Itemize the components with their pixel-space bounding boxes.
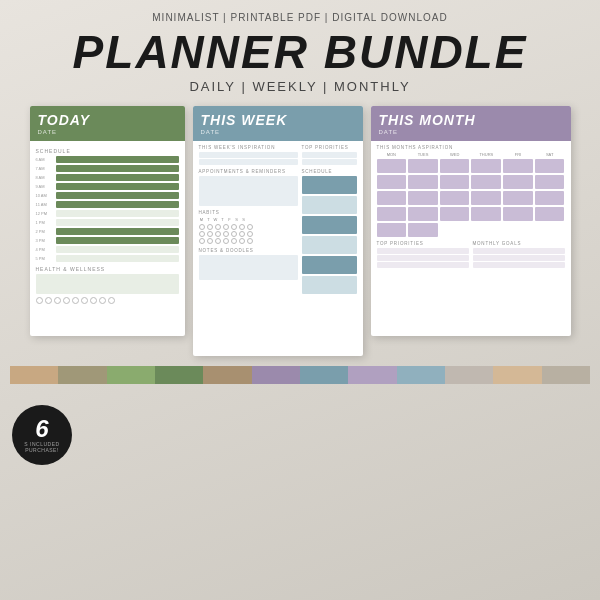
notes-section: NOTES & DOODLES — [199, 248, 298, 280]
monthly-inspiration-label: THIS MONTHS ASPIRATION — [377, 145, 565, 150]
schedule-bar-4 — [302, 236, 357, 254]
color-swatches — [10, 366, 590, 384]
schedule-bar-2 — [302, 196, 357, 214]
time-row: 11 AM — [36, 201, 179, 208]
time-10am: 10 AM — [36, 193, 54, 198]
cal-cell — [377, 175, 407, 189]
time-row: 2 PM — [36, 228, 179, 235]
cal-cell — [377, 223, 407, 237]
subtitle: DAILY | WEEKLY | MONTHLY — [189, 79, 410, 94]
notes-label: NOTES & DOODLES — [199, 248, 298, 253]
priority-line-2 — [377, 255, 469, 261]
notes-box — [199, 255, 298, 280]
cards-row: TODAY DATE SCHEDULE 6 AM 7 AM 8 AM — [10, 106, 590, 356]
time-row: 3 PM — [36, 237, 179, 244]
cal-cell — [471, 159, 501, 173]
swatch-3 — [107, 366, 155, 384]
badge-number: 6 — [35, 417, 48, 441]
schedule-bars — [302, 176, 357, 294]
habit-circle — [199, 224, 205, 230]
time-bar — [56, 219, 179, 226]
appointments-section: APPOINTMENTS & REMINDERS — [199, 169, 298, 206]
day-f: F — [227, 217, 233, 222]
cal-cell — [503, 175, 533, 189]
cal-cell-empty — [440, 223, 470, 237]
habit-circle — [223, 224, 229, 230]
swatch-4 — [155, 366, 203, 384]
cal-header-fri: FRI — [503, 152, 533, 157]
monthly-date: DATE — [379, 129, 563, 135]
time-slots: 6 AM 7 AM 8 AM 9 AM — [36, 156, 179, 263]
health-label: HEALTH & WELLNESS — [36, 266, 179, 272]
monthly-card-header: THIS MONTH DATE — [371, 106, 571, 141]
cal-cell — [408, 223, 438, 237]
time-12pm: 12 PM — [36, 211, 54, 216]
cal-cell — [440, 159, 470, 173]
time-row: 12 PM — [36, 210, 179, 217]
habit-circle — [231, 238, 237, 244]
priorities-bottom-label: TOP PRIORITIES — [377, 241, 469, 246]
time-bar — [56, 201, 179, 208]
time-bar — [56, 237, 179, 244]
health-box — [36, 274, 179, 294]
swatch-9 — [397, 366, 445, 384]
habits-section: HABITS M T W T F S S — [199, 210, 298, 244]
daily-circles — [36, 297, 179, 304]
priority-line — [302, 152, 357, 158]
habit-circle — [239, 224, 245, 230]
schedule-bar-6 — [302, 276, 357, 294]
appointments-box — [199, 176, 298, 206]
habit-circle — [247, 238, 253, 244]
circle-8 — [99, 297, 106, 304]
habit-circle — [231, 224, 237, 230]
circle-9 — [108, 297, 115, 304]
schedule-right-label: SCHEDULE — [302, 169, 357, 174]
cal-cell — [535, 159, 565, 173]
habit-circle — [199, 238, 205, 244]
swatch-10 — [445, 366, 493, 384]
habit-circle — [215, 238, 221, 244]
swatch-1 — [10, 366, 58, 384]
daily-card-header: TODAY DATE — [30, 106, 185, 141]
habit-circle — [207, 231, 213, 237]
circle-2 — [45, 297, 52, 304]
cal-cell — [408, 191, 438, 205]
time-row: 9 AM — [36, 183, 179, 190]
badge: 6 S INCLUDED PURCHASE! — [12, 405, 72, 465]
weekly-title: THIS WEEK — [201, 112, 355, 128]
cal-cell — [535, 207, 565, 221]
circle-7 — [90, 297, 97, 304]
priorities-section: TOP PRIORITIES — [377, 241, 469, 269]
monthly-content: THIS MONTHS ASPIRATION MON TUES WED THUR… — [371, 141, 571, 273]
time-row: 7 AM — [36, 165, 179, 172]
swatch-6 — [252, 366, 300, 384]
time-7am: 7 AM — [36, 166, 54, 171]
time-row: 4 PM — [36, 246, 179, 253]
time-3pm: 3 PM — [36, 238, 54, 243]
habit-circle — [199, 231, 205, 237]
swatch-2 — [58, 366, 106, 384]
priority-line-2 — [302, 159, 357, 165]
cal-cell — [503, 207, 533, 221]
cal-cell — [440, 175, 470, 189]
time-11am: 11 AM — [36, 202, 54, 207]
cal-cell — [440, 191, 470, 205]
goals-label: MONTHLY GOALS — [473, 241, 565, 246]
cal-cell — [503, 159, 533, 173]
time-8am: 8 AM — [36, 175, 54, 180]
time-bar — [56, 192, 179, 199]
time-5pm: 5 PM — [36, 256, 54, 261]
weekly-card: THIS WEEK DATE THIS WEEK'S INSPIRATION A… — [193, 106, 363, 356]
circle-3 — [54, 297, 61, 304]
day-m: M — [199, 217, 205, 222]
monthly-title: THIS MONTH — [379, 112, 563, 128]
circle-4 — [63, 297, 70, 304]
goal-line-2 — [473, 255, 565, 261]
daily-date: DATE — [38, 129, 177, 135]
schedule-bar-1 — [302, 176, 357, 194]
schedule-label: SCHEDULE — [36, 148, 179, 154]
cal-cell — [377, 159, 407, 173]
swatch-5 — [203, 366, 251, 384]
day-w: W — [213, 217, 219, 222]
calendar-grid: MON TUES WED THURS FRI SAT — [377, 152, 565, 237]
